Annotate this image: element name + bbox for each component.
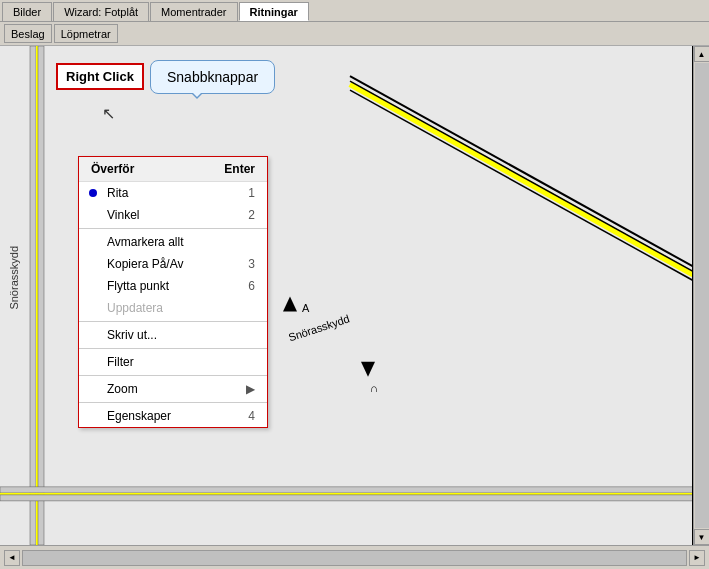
speech-bubble: Snabbknappar [150, 60, 275, 94]
scroll-left-button[interactable]: ◄ [4, 550, 20, 566]
context-menu-shortcut-flytta: 6 [248, 279, 255, 293]
horizontal-scrollbar[interactable] [22, 550, 687, 566]
context-menu-item-kopiera[interactable]: Kopiera På/Av 3 [79, 253, 267, 275]
svg-rect-6 [0, 495, 693, 501]
separator-4 [79, 375, 267, 376]
context-menu-label-avmarkera: Avmarkera allt [107, 235, 183, 249]
separator-5 [79, 402, 267, 403]
bottom-scrollbar-bar: ◄ ► [0, 545, 709, 569]
context-menu-header-shortcut: Enter [224, 162, 255, 176]
scroll-right-button[interactable]: ► [689, 550, 705, 566]
context-menu-header-label: Överför [91, 162, 134, 176]
context-menu-label-uppdatera: Uppdatera [107, 301, 163, 315]
svg-rect-3 [38, 46, 44, 545]
scroll-up-button[interactable]: ▲ [694, 46, 710, 62]
context-menu-shortcut-kopiera: 3 [248, 257, 255, 271]
svg-text:∩: ∩ [370, 382, 378, 394]
separator-3 [79, 348, 267, 349]
main-area: A ∩ Snörasskydd Snörasskydd Right Click … [0, 46, 709, 545]
context-menu-header: Överför Enter [79, 157, 267, 182]
context-menu-item-zoom[interactable]: Zoom ▶ [79, 378, 267, 400]
context-menu-label-rita: Rita [107, 186, 128, 200]
context-menu-item-skriv[interactable]: Skriv ut... [79, 324, 267, 346]
context-menu-label-zoom: Zoom [107, 382, 138, 396]
scroll-down-button[interactable]: ▼ [694, 529, 710, 545]
drawing-canvas[interactable]: A ∩ Snörasskydd Snörasskydd Right Click … [0, 46, 693, 545]
context-menu-shortcut-egenskaper: 4 [248, 409, 255, 423]
separator-2 [79, 321, 267, 322]
context-menu-item-flytta[interactable]: Flytta punkt 6 [79, 275, 267, 297]
context-menu-item-filter[interactable]: Filter [79, 351, 267, 373]
separator-1 [79, 228, 267, 229]
context-menu: Överför Enter Rita 1 Vinkel 2 Avmarkera … [78, 156, 268, 428]
svg-rect-2 [36, 46, 38, 545]
context-menu-shortcut-zoom: ▶ [246, 382, 255, 396]
context-menu-shortcut-rita: 1 [248, 186, 255, 200]
scrollbar-right[interactable]: ▲ ▼ [693, 46, 709, 545]
context-menu-item-rita[interactable]: Rita 1 [79, 182, 267, 204]
svg-rect-4 [0, 487, 693, 493]
svg-rect-1 [30, 46, 36, 545]
context-menu-item-uppdatera: Uppdatera [79, 297, 267, 319]
tab-bilder[interactable]: Bilder [2, 2, 52, 21]
radio-dot-icon [89, 189, 97, 197]
top-tab-bar: Bilder Wizard: Fotplåt Momentrader Ritni… [0, 0, 709, 22]
context-menu-item-vinkel[interactable]: Vinkel 2 [79, 204, 267, 226]
vertical-label-left: Snörasskydd [8, 246, 20, 310]
context-menu-item-egenskaper[interactable]: Egenskaper 4 [79, 405, 267, 427]
scrollbar-track[interactable] [695, 63, 709, 528]
tab-wizard-fotplat[interactable]: Wizard: Fotplåt [53, 2, 149, 21]
context-menu-item-avmarkera[interactable]: Avmarkera allt [79, 231, 267, 253]
context-menu-label-vinkel: Vinkel [107, 208, 139, 222]
tab-momentrader[interactable]: Momentrader [150, 2, 237, 21]
right-click-button[interactable]: Right Click [56, 63, 144, 90]
context-menu-label-flytta: Flytta punkt [107, 279, 169, 293]
cursor-arrow-icon: ↖ [102, 104, 115, 123]
context-menu-label-filter: Filter [107, 355, 134, 369]
tab-ritningar[interactable]: Ritningar [239, 2, 309, 21]
lopmetrar-button[interactable]: Löpmetrar [54, 24, 118, 43]
context-menu-label-skriv: Skriv ut... [107, 328, 157, 342]
context-menu-label-kopiera: Kopiera På/Av [107, 257, 184, 271]
svg-rect-5 [0, 493, 693, 495]
context-menu-shortcut-vinkel: 2 [248, 208, 255, 222]
toolbar: Beslag Löpmetrar [0, 22, 709, 46]
beslag-button[interactable]: Beslag [4, 24, 52, 43]
svg-text:A: A [302, 302, 310, 314]
context-menu-label-egenskaper: Egenskaper [107, 409, 171, 423]
